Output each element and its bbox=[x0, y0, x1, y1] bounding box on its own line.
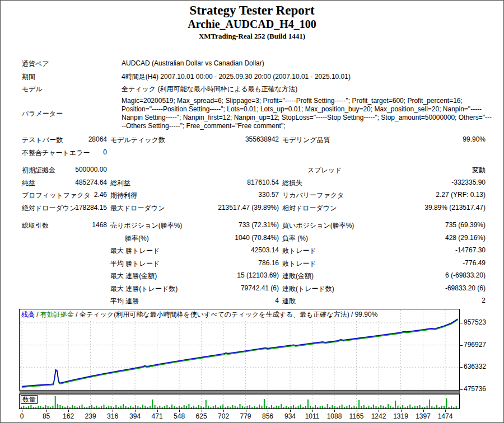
volume-bar bbox=[446, 398, 447, 408]
volume-bar bbox=[346, 406, 347, 408]
x-axis-label: 1319 bbox=[389, 412, 413, 420]
stat-value-col1: 500000.00 bbox=[31, 166, 107, 173]
volume-bar bbox=[69, 407, 71, 408]
legend-separator: / bbox=[349, 311, 355, 318]
y-axis-tick bbox=[460, 345, 463, 346]
volume-bar bbox=[419, 405, 421, 408]
volume-bar bbox=[159, 406, 160, 408]
volume-bar bbox=[171, 405, 172, 408]
volume-bar bbox=[427, 406, 428, 408]
volume-bar bbox=[210, 407, 211, 408]
volume-bar bbox=[23, 406, 24, 408]
volume-bar bbox=[35, 407, 36, 408]
legend-separator: / bbox=[35, 311, 40, 318]
x-axis-tick bbox=[46, 410, 47, 412]
volume-bar bbox=[247, 406, 248, 408]
volume-bar bbox=[317, 407, 318, 408]
volume-bar bbox=[195, 407, 197, 408]
volume-bar bbox=[206, 400, 207, 408]
volume-bar bbox=[358, 400, 360, 408]
volume-bar bbox=[82, 405, 83, 408]
stat-label-col3: 連敗(トレード数) bbox=[282, 284, 334, 294]
volume-bar bbox=[302, 407, 304, 408]
info-value: 全ティック (利用可能な最小時間枠による最も正確な方法) bbox=[122, 84, 297, 94]
x-axis-label: 702 bbox=[211, 412, 236, 420]
volume-bar bbox=[388, 404, 389, 408]
stat-value-col2: 79742.41 (6) bbox=[157, 284, 279, 292]
volume-bar bbox=[254, 406, 255, 408]
volume-bar bbox=[115, 405, 116, 408]
x-axis-label: 85 bbox=[34, 412, 59, 420]
volume-bar bbox=[305, 406, 306, 408]
x-axis-tick bbox=[68, 410, 69, 412]
y-axis-tick bbox=[460, 323, 463, 323]
volume-bar bbox=[349, 405, 350, 408]
stat-label-col3: 連敗 bbox=[282, 297, 296, 306]
volume-bar bbox=[324, 407, 325, 408]
volume-bar bbox=[278, 406, 279, 408]
volume-bar bbox=[193, 406, 194, 408]
stat-value-col2: 4 bbox=[157, 297, 279, 304]
volume-bar bbox=[300, 405, 301, 408]
x-axis-tick bbox=[334, 410, 335, 412]
x-axis-label: 1011 bbox=[300, 412, 325, 420]
stat-value-col2: 15 (12103.69) bbox=[157, 271, 279, 279]
volume-bar bbox=[213, 406, 214, 408]
volume-bar bbox=[322, 406, 323, 408]
stat-label-col3: 連敗(金額) bbox=[282, 271, 314, 281]
volume-bar bbox=[262, 406, 263, 408]
volume-bar bbox=[62, 406, 63, 408]
volume-bar bbox=[150, 406, 151, 408]
x-axis-label: 316 bbox=[100, 412, 125, 420]
x-axis-label: 625 bbox=[189, 412, 214, 420]
volume-bar bbox=[135, 405, 136, 408]
stat-value-col2: 817610.54 bbox=[157, 178, 279, 186]
volume-bar bbox=[89, 406, 90, 408]
volume-bar bbox=[453, 407, 454, 408]
volume-bar bbox=[281, 404, 282, 408]
volume-bar bbox=[125, 406, 127, 408]
volume-bar bbox=[383, 406, 384, 408]
x-axis-label: 239 bbox=[78, 412, 103, 420]
volume-bar bbox=[449, 407, 450, 408]
stat-value-col3: 39.89% (213517.47) bbox=[365, 204, 486, 212]
volume-bar bbox=[157, 407, 158, 408]
volume-bar bbox=[142, 405, 143, 408]
volume-bar bbox=[269, 407, 270, 408]
volume-bar bbox=[84, 407, 85, 408]
volume-bar bbox=[45, 405, 46, 408]
volume-bar bbox=[50, 407, 51, 408]
volume-bar bbox=[320, 406, 321, 408]
legend-balance-label: 残高 bbox=[21, 311, 35, 318]
volume-bar bbox=[441, 406, 442, 408]
volume-bar bbox=[162, 407, 163, 408]
volume-bar bbox=[286, 406, 287, 408]
volume-bar bbox=[312, 407, 314, 408]
volume-bar bbox=[118, 407, 119, 408]
stat-value-col1: 28064 bbox=[31, 135, 107, 143]
volume-bar bbox=[400, 407, 401, 408]
stat-value-col1: 0 bbox=[31, 148, 107, 156]
x-axis-label: 548 bbox=[167, 412, 192, 420]
volume-bar bbox=[203, 407, 204, 408]
legend-equity-label: 有効証拠金 bbox=[40, 311, 74, 318]
volume-bar bbox=[295, 407, 296, 408]
volume-bar bbox=[334, 406, 335, 408]
volume-bar bbox=[155, 405, 156, 408]
volume-bar bbox=[137, 406, 138, 408]
volume-bar bbox=[273, 407, 274, 408]
y-axis-tick bbox=[460, 367, 463, 368]
volume-bar bbox=[169, 407, 170, 408]
stat-value-col2: 330.57 bbox=[157, 191, 279, 199]
volume-bar bbox=[106, 407, 107, 408]
volume-bar bbox=[276, 406, 277, 408]
volume-panel-title: 数量 bbox=[21, 395, 38, 404]
volume-bar bbox=[456, 406, 457, 408]
chart-quality: 99.90% bbox=[355, 311, 378, 318]
volume-bar bbox=[147, 407, 148, 408]
volume-bar bbox=[30, 405, 31, 408]
stat-value-col2: 355638942 bbox=[157, 135, 279, 143]
stat-value-col1: 2.46 bbox=[31, 191, 107, 199]
report-ea-name: Archie_AUDCAD_H4_100 bbox=[1, 18, 503, 31]
volume-bar bbox=[429, 400, 430, 408]
